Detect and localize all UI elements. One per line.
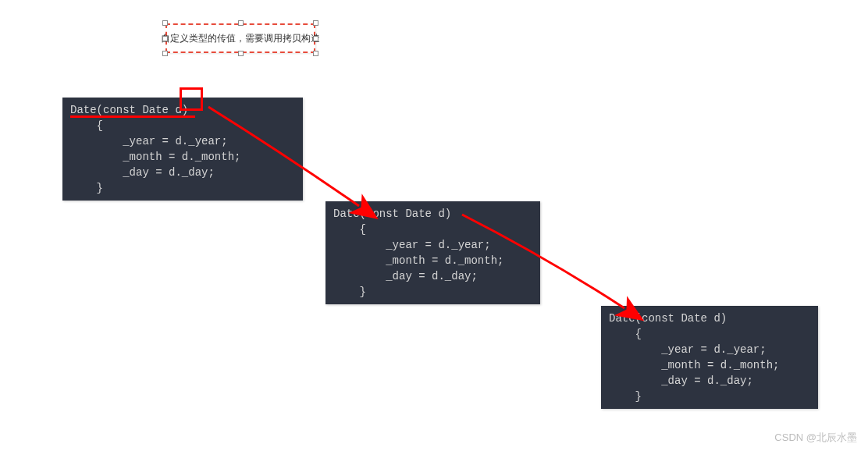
watermark: CSDN @北辰水墨 — [774, 431, 857, 445]
red-underline — [70, 115, 195, 118]
resize-handle-bl[interactable] — [162, 51, 168, 56]
resize-handle-mr[interactable] — [313, 36, 318, 41]
textbox-text: 自定义类型的传值，需要调用拷贝构造 — [161, 32, 320, 45]
resize-handle-tl[interactable] — [162, 20, 168, 26]
resize-handle-br[interactable] — [313, 51, 318, 56]
annotation-textbox[interactable]: 自定义类型的传值，需要调用拷贝构造 — [165, 23, 315, 53]
code-block-3: Date(const Date d) { _year = d._year; _m… — [601, 306, 818, 409]
red-highlight-box — [180, 87, 203, 111]
resize-handle-bm[interactable] — [238, 51, 244, 56]
code-block-1: Date(const Date d) { _year = d._year; _m… — [62, 98, 303, 201]
resize-handle-ml[interactable] — [162, 36, 168, 41]
resize-handle-tr[interactable] — [313, 20, 318, 26]
textbox-border: 自定义类型的传值，需要调用拷贝构造 — [165, 23, 315, 53]
resize-handle-tm[interactable] — [238, 20, 244, 26]
code-block-2: Date(const Date d) { _year = d._year; _m… — [326, 201, 540, 304]
